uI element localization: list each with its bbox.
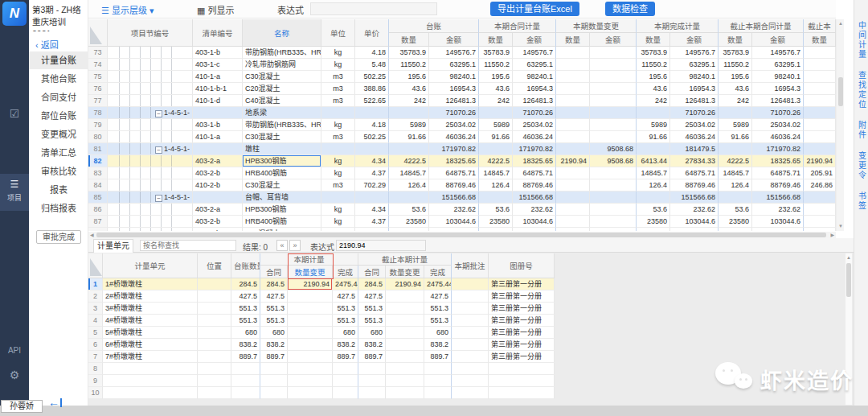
scroll-up-icon[interactable]: ▲ (846, 255, 851, 261)
cut-change-qty[interactable] (804, 107, 836, 119)
ledger-qty-cell[interactable]: 551.3 (231, 315, 260, 327)
cur-qty-change[interactable] (288, 387, 333, 399)
subheader[interactable]: 完成 (424, 266, 452, 278)
cut-qty-change[interactable] (386, 315, 424, 327)
unit-row-3[interactable]: 33#桥墩墩柱551.3551.3551.3551.3551.3第三册第一分册 (88, 303, 555, 315)
row-index[interactable]: 86 (88, 204, 108, 216)
unit-row-1[interactable]: 11#桥墩墩柱284.5284.52190.942475.44284.52190… (88, 278, 555, 290)
position-cell[interactable] (198, 327, 231, 339)
cur-qty-change[interactable] (288, 315, 333, 327)
change-qty[interactable] (556, 71, 590, 83)
row-index[interactable]: 84 (88, 179, 108, 192)
scroll-left-icon[interactable]: ◀ (90, 233, 94, 238)
unit-name-cell[interactable]: 2#桥墩墩柱 (103, 290, 198, 303)
ledger-qty-cell[interactable] (231, 387, 260, 399)
name-column-header[interactable]: 名称 (243, 19, 321, 47)
name-cell[interactable]: 冷轧带肋钢筋网 (243, 59, 321, 71)
tree-cell[interactable] (108, 155, 193, 167)
cur-qty-change[interactable] (288, 303, 333, 315)
cur-done[interactable]: 2475.44 (333, 278, 358, 290)
cur-qty-change[interactable] (288, 290, 333, 303)
unit-cell[interactable]: m3 (321, 179, 355, 192)
ledger-row-76[interactable]: 76410-1-b-1C20混凝土m3388.8643.616954.343.6… (88, 83, 836, 95)
ledger-amt[interactable]: 149576.7 (429, 47, 479, 59)
change-qty[interactable] (556, 59, 590, 71)
cur-qty-change[interactable] (288, 375, 333, 387)
change-amt[interactable] (590, 179, 637, 192)
book-no-cell[interactable] (489, 363, 555, 375)
cur-contract-amt[interactable]: 88769.46 (513, 179, 556, 192)
price-cell[interactable]: 4.37 (355, 167, 389, 179)
cut-qty-change[interactable] (386, 303, 424, 315)
unit-cell[interactable]: kg (321, 47, 355, 59)
cut-contract[interactable] (358, 363, 386, 375)
cur-contract-qty[interactable]: 53.6 (479, 204, 513, 216)
book-no-cell[interactable] (489, 387, 555, 399)
amt-subheader[interactable]: 金额 (429, 33, 479, 47)
approve-complete-button[interactable]: 审批完成 (36, 230, 81, 244)
done-qty[interactable]: 126.4 (637, 179, 670, 192)
sidebar-item-5[interactable]: 清单汇总 (29, 144, 88, 162)
ledger-qty[interactable]: 4222.5 (389, 155, 429, 167)
change-amt[interactable] (590, 131, 637, 143)
cut-contract-amt[interactable]: 18325.65 (752, 155, 804, 167)
ledger-amt[interactable]: 171970.82 (429, 143, 479, 155)
cut-contract-amt[interactable]: 98240.1 (752, 71, 804, 83)
done-qty[interactable]: 242 (637, 95, 670, 107)
list-no-cell[interactable]: 410-2-b (193, 179, 243, 192)
change-amt[interactable] (590, 216, 637, 228)
amt-subheader[interactable]: 金额 (590, 33, 637, 47)
name-cell[interactable]: C30混凝土 (243, 228, 321, 231)
note-cell[interactable] (452, 278, 489, 290)
position-cell[interactable] (198, 315, 231, 327)
ledger-qty-column-header[interactable]: 台账数量 (231, 253, 260, 278)
cur-contract[interactable]: 284.5 (260, 278, 288, 290)
ledger-row-81[interactable]: 81−1-4-5-1-墩柱171970.82171970.829508.6818… (88, 143, 836, 155)
done-qty[interactable]: 68.76 (637, 228, 670, 231)
cut-contract-qty[interactable]: 35783.9 (719, 47, 752, 59)
cut-change-qty[interactable]: 2190.94 (804, 155, 836, 167)
name-cell[interactable]: 墩柱 (243, 143, 321, 155)
sidebar-item-7[interactable]: 报表 (29, 181, 88, 199)
price-cell[interactable]: 502.25 (355, 131, 389, 143)
expression-input[interactable] (310, 2, 437, 15)
cur-contract-amt[interactable]: 149576.7 (513, 47, 556, 59)
logout-icon[interactable]: ← (48, 396, 62, 409)
name-cell[interactable]: C30混凝土 (243, 131, 321, 143)
cut-done[interactable] (424, 363, 452, 375)
price-cell[interactable]: 4.18 (355, 119, 389, 131)
cut-change-qty[interactable] (804, 71, 836, 83)
cur-contract-qty[interactable]: 126.4 (479, 179, 513, 192)
cur-contract[interactable] (260, 375, 288, 387)
ledger-qty-cell[interactable]: 680 (231, 327, 260, 339)
cur-contract-amt[interactable]: 126481.3 (513, 95, 556, 107)
sidebar-item-2[interactable]: 合同支付 (29, 89, 88, 106)
ledger-qty[interactable]: 53.6 (389, 204, 429, 216)
list-no-cell[interactable]: 403-1-c (193, 59, 243, 71)
name-cell[interactable]: HRB400钢筋 (243, 216, 321, 228)
unit-cell[interactable]: m3 (321, 131, 355, 143)
cur-contract-amt[interactable]: 171970.82 (513, 143, 556, 155)
tree-cell[interactable] (108, 228, 193, 231)
change-qty[interactable] (556, 228, 590, 231)
hscroll-thumb[interactable] (96, 233, 826, 237)
done-amt[interactable]: 46036.24 (670, 131, 719, 143)
ledger-qty[interactable]: 126.4 (389, 179, 429, 192)
done-amt[interactable]: 64875.71 (670, 167, 719, 179)
cut-contract-amt[interactable]: 46036.24 (752, 131, 804, 143)
done-qty[interactable]: 11550.2 (637, 59, 670, 71)
done-amt[interactable]: 88769.46 (670, 179, 719, 192)
tree-cell[interactable] (108, 167, 193, 179)
cut-done[interactable]: 838.2 (424, 339, 452, 351)
vscroll-thumb[interactable] (846, 263, 851, 297)
cut-contract-qty[interactable]: 11550.2 (719, 59, 752, 71)
done-qty[interactable]: 91.66 (637, 131, 670, 143)
cur-contract-qty[interactable]: 23580 (479, 216, 513, 228)
vscroll-thumb[interactable] (838, 77, 843, 106)
column-display-button[interactable]: ▦ 列显示 (197, 3, 234, 16)
done-amt[interactable]: 16954.3 (670, 83, 719, 95)
ledger-row-75[interactable]: 75410-1-aC30混凝土m3502.25195.698240.1195.6… (88, 71, 836, 83)
qty-subheader[interactable]: 数量 (637, 33, 670, 47)
cur-contract[interactable]: 680 (260, 327, 288, 339)
cur-contract-qty[interactable]: 5989 (479, 119, 513, 131)
